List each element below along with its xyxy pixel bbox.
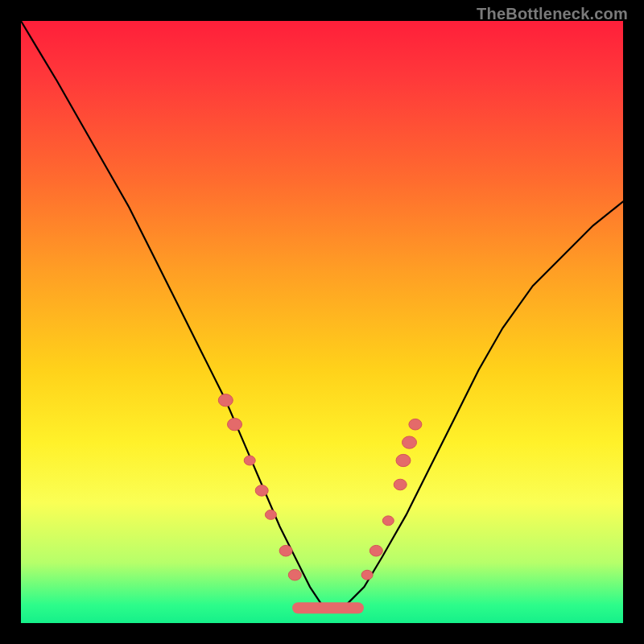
data-bead (265, 510, 276, 519)
data-bead (396, 454, 411, 466)
data-bead (255, 485, 268, 497)
chart-frame: TheBottleneck.com (0, 0, 644, 644)
data-bead (402, 436, 417, 448)
data-bead (218, 394, 233, 407)
data-bead (279, 545, 292, 556)
chart-overlay (0, 0, 644, 644)
data-bead (244, 456, 255, 465)
data-bead (394, 479, 407, 490)
data-bead (288, 569, 301, 580)
bead-group (218, 394, 422, 580)
data-bead (409, 419, 422, 430)
data-bead (369, 545, 382, 556)
bottleneck-curve (21, 21, 623, 605)
data-bead (228, 419, 242, 431)
data-bead (382, 516, 394, 526)
data-bead (361, 570, 373, 580)
